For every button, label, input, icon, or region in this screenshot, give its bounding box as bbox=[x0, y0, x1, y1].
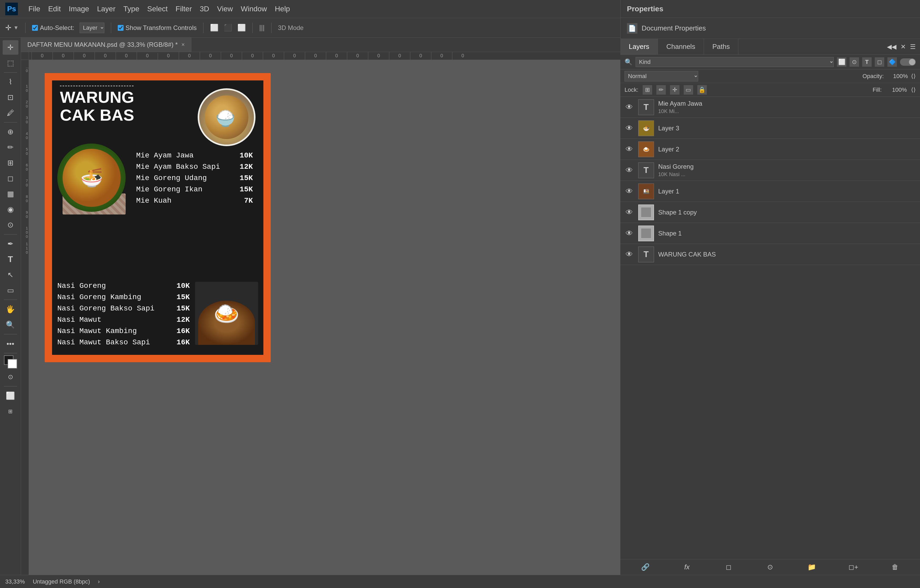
layer-visibility-warung[interactable]: 👁 bbox=[625, 250, 634, 259]
layer-item-shape[interactable]: 👁 Shape 1 bbox=[620, 223, 920, 244]
color-swatches[interactable] bbox=[4, 355, 17, 369]
new-layer-btn[interactable]: ◻+ bbox=[848, 562, 859, 573]
hand-tool-btn[interactable]: 🖐 bbox=[3, 302, 18, 316]
status-arrow[interactable]: › bbox=[98, 578, 100, 585]
filter-adjust-btn[interactable]: ⊙ bbox=[850, 57, 859, 67]
gradient-tool-btn[interactable]: ▦ bbox=[3, 186, 18, 201]
distribute-icon[interactable]: ||| bbox=[259, 24, 264, 32]
layer-info-warung: WARUNG CAK BAS bbox=[658, 251, 916, 258]
tab-close-btn[interactable]: × bbox=[181, 41, 185, 48]
zoom-level-btn[interactable]: ⊞ bbox=[3, 404, 18, 418]
layer-item-mie-ayam[interactable]: 👁 T Mie Ayam Jawa 10K Mi... bbox=[620, 97, 920, 118]
document-tab[interactable]: DAFTAR MENU MAKANAN.psd @ 33,3% (RGB/8#)… bbox=[21, 37, 191, 52]
pen-tool-btn[interactable]: ✒ bbox=[3, 236, 18, 251]
collapse-panel-btn[interactable]: ◀◀ bbox=[887, 43, 896, 50]
menu-select[interactable]: Select bbox=[147, 5, 168, 13]
layer-item-warung[interactable]: 👁 T WARUNG CAK BAS bbox=[620, 244, 920, 265]
menu-3d[interactable]: 3D bbox=[200, 5, 209, 13]
screen-mode-btn[interactable]: ⬜ bbox=[3, 389, 18, 403]
path-selection-btn[interactable]: ↖ bbox=[3, 267, 18, 282]
filter-type-btn[interactable]: T bbox=[862, 57, 871, 67]
lasso-tool-btn[interactable]: ⌇ bbox=[3, 75, 18, 89]
opacity-label: Opacity: bbox=[862, 73, 884, 79]
menu-help[interactable]: Help bbox=[275, 5, 290, 13]
quick-mask-btn[interactable]: ⊙ bbox=[3, 369, 18, 384]
show-transform-checkbox[interactable]: Show Transform Controls bbox=[118, 24, 197, 32]
link-layers-btn[interactable]: 🔗 bbox=[640, 562, 651, 573]
layer-item-1[interactable]: 👁 🍱 Layer 1 bbox=[620, 181, 920, 202]
lock-artboard-btn[interactable]: ▭ bbox=[684, 85, 693, 95]
right-panel: Properties 📄 Document Properties Layers … bbox=[620, 0, 920, 588]
layer-item-nasi-goreng[interactable]: 👁 T Nasi Goreng 10K Nasi ... bbox=[620, 160, 920, 181]
menu-image[interactable]: Image bbox=[69, 5, 89, 13]
properties-title: Properties bbox=[627, 5, 664, 13]
tab-layers[interactable]: Layers bbox=[620, 39, 658, 54]
layers-tabs-bar: Layers Channels Paths ◀◀ ✕ ☰ bbox=[620, 39, 920, 55]
auto-select-checkbox[interactable]: Auto-Select: bbox=[32, 24, 75, 32]
menu-layer[interactable]: Layer bbox=[97, 5, 115, 13]
opacity-arrows[interactable]: ⟨⟩ bbox=[911, 73, 916, 79]
fill-value: 100% bbox=[886, 86, 907, 93]
add-mask-btn[interactable]: ◻ bbox=[723, 562, 734, 573]
tab-channels[interactable]: Channels bbox=[658, 39, 704, 54]
align-left-icon[interactable]: ⬜ bbox=[210, 24, 219, 32]
layer-visibility-3[interactable]: 👁 bbox=[625, 123, 634, 133]
select-tool-btn[interactable]: ⬚ bbox=[3, 56, 18, 70]
layer-visibility-mie-ayam[interactable]: 👁 bbox=[625, 102, 634, 112]
close-panel-btn[interactable]: ✕ bbox=[901, 43, 906, 50]
layer-visibility-2[interactable]: 👁 bbox=[625, 144, 634, 154]
filter-shape-btn[interactable]: ◻ bbox=[875, 57, 884, 67]
layer-item-shape-copy[interactable]: 👁 Shape 1 copy bbox=[620, 202, 920, 223]
layer-visibility-shape[interactable]: 👁 bbox=[625, 229, 634, 238]
menu-window[interactable]: Window bbox=[241, 5, 267, 13]
layer-select[interactable]: Layer bbox=[79, 23, 104, 33]
menu-filter[interactable]: Filter bbox=[176, 5, 192, 13]
fill-arrows[interactable]: ⟨⟩ bbox=[911, 86, 916, 93]
layers-tab-actions: ◀◀ ✕ ☰ bbox=[887, 39, 920, 54]
align-right-icon[interactable]: ⬜ bbox=[237, 24, 246, 32]
zoom-tool-btn[interactable]: 🔍 bbox=[3, 317, 18, 332]
align-center-icon[interactable]: ⬛ bbox=[224, 24, 232, 32]
panel-menu-btn[interactable]: ☰ bbox=[910, 43, 916, 50]
layer-item-3[interactable]: 👁 🍜 Layer 3 bbox=[620, 118, 920, 139]
mie-item-4: Mie Goreng Ikan 15K bbox=[136, 185, 253, 193]
filter-toggle[interactable] bbox=[900, 58, 916, 66]
filter-smart-btn[interactable]: 🔷 bbox=[888, 57, 897, 67]
filter-select[interactable]: Kind bbox=[636, 57, 834, 67]
more-tools-btn[interactable]: ••• bbox=[3, 337, 18, 351]
menu-file[interactable]: File bbox=[28, 5, 40, 13]
move-tool-btn[interactable]: ✛ bbox=[3, 40, 18, 55]
menu-type[interactable]: Type bbox=[123, 5, 139, 13]
layer-visibility-nasi-goreng[interactable]: 👁 bbox=[625, 165, 634, 175]
layer-visibility-shape-copy[interactable]: 👁 bbox=[625, 208, 634, 217]
dodge-tool-btn[interactable]: ⊙ bbox=[3, 218, 18, 232]
move-tool[interactable]: ✛ ▼ bbox=[5, 23, 19, 32]
lock-position-btn[interactable]: ✛ bbox=[670, 85, 679, 95]
new-group-btn[interactable]: 📁 bbox=[806, 562, 818, 573]
healing-tool-btn[interactable]: ⊕ bbox=[3, 125, 18, 139]
eyedropper-tool-btn[interactable]: 🖉 bbox=[3, 106, 18, 120]
crop-tool-btn[interactable]: ⊡ bbox=[3, 90, 18, 105]
stamp-tool-btn[interactable]: ⊞ bbox=[3, 156, 18, 170]
menu-header: WARUNG CAK BAS bbox=[52, 81, 263, 149]
brush-tool-btn[interactable]: ✏ bbox=[3, 140, 18, 155]
properties-header: Properties bbox=[620, 0, 920, 18]
lock-all-btn[interactable]: 🔒 bbox=[697, 85, 707, 95]
lock-paint-btn[interactable]: ✏ bbox=[656, 85, 666, 95]
shape-tool-btn[interactable]: ▭ bbox=[3, 283, 18, 298]
layer-effects-btn[interactable]: fx bbox=[681, 562, 693, 573]
layer-item-2[interactable]: 👁 🍛 Layer 2 bbox=[620, 139, 920, 160]
status-bar: 33,33% Untagged RGB (8bpc) › bbox=[0, 575, 920, 588]
eraser-tool-btn[interactable]: ◻ bbox=[3, 171, 18, 186]
lock-transparent-btn[interactable]: ⊞ bbox=[643, 85, 652, 95]
delete-layer-btn[interactable]: 🗑 bbox=[889, 562, 901, 573]
blur-tool-btn[interactable]: ◉ bbox=[3, 202, 18, 217]
blend-mode-select[interactable]: Normal bbox=[625, 71, 698, 81]
new-adjustment-btn[interactable]: ⊙ bbox=[765, 562, 776, 573]
menu-edit[interactable]: Edit bbox=[48, 5, 61, 13]
layer-visibility-1[interactable]: 👁 bbox=[625, 186, 634, 196]
tab-paths[interactable]: Paths bbox=[704, 39, 739, 54]
filter-pixel-btn[interactable]: ⬜ bbox=[837, 57, 846, 67]
text-tool-btn[interactable]: T bbox=[3, 252, 18, 267]
menu-view[interactable]: View bbox=[217, 5, 233, 13]
